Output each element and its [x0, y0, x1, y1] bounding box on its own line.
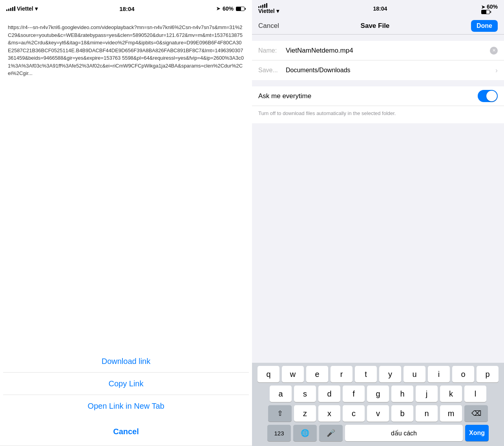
- done-button[interactable]: Done: [471, 20, 498, 32]
- clear-input-button[interactable]: [490, 47, 498, 55]
- nav-bar: Cancel Save File Done: [252, 17, 504, 35]
- action-group-main: Download link Copy Link Open Link in New…: [3, 350, 249, 417]
- key-k[interactable]: k: [440, 386, 462, 402]
- name-input[interactable]: [286, 47, 490, 55]
- carrier-right: Viettel ▾: [258, 3, 279, 14]
- name-row: Name:: [252, 41, 504, 60]
- copy-link-button[interactable]: Copy Link: [3, 373, 249, 395]
- signal-bars-left: [6, 6, 15, 11]
- key-g[interactable]: g: [367, 386, 389, 402]
- keyboard-row-3: ⇧ z x c v b n m ⌫: [254, 405, 502, 422]
- open-new-tab-button[interactable]: Open Link in New Tab: [3, 395, 249, 417]
- keyboard-row-1: q w e r t y u i o p: [254, 366, 502, 382]
- save-path-value: Documents/Downloads: [286, 67, 495, 74]
- key-t[interactable]: t: [355, 366, 377, 382]
- key-z[interactable]: z: [294, 405, 316, 422]
- chevron-right-icon: ›: [495, 66, 498, 75]
- key-y[interactable]: y: [379, 366, 401, 382]
- ask-me-toggle-row: Ask me everytime: [252, 86, 504, 106]
- key-s[interactable]: s: [294, 386, 316, 402]
- space-key[interactable]: dấu cách: [345, 425, 463, 441]
- save-label: Save...: [258, 67, 286, 74]
- location-icon-left: ➤: [216, 6, 220, 11]
- key-a[interactable]: a: [270, 386, 292, 402]
- time-left: 18:04: [119, 5, 134, 12]
- battery-pct-left: 60%: [223, 5, 234, 12]
- toggle-knob: [486, 91, 497, 101]
- key-w[interactable]: w: [282, 366, 304, 382]
- key-b[interactable]: b: [391, 405, 413, 422]
- key-123[interactable]: 123: [267, 425, 291, 441]
- key-u[interactable]: u: [404, 366, 425, 382]
- cancel-action-button[interactable]: Cancel: [3, 420, 249, 443]
- wifi-icon-left: ▾: [35, 5, 38, 12]
- download-link-button[interactable]: Download link: [3, 350, 249, 373]
- right-status-icons-left: ➤ 60%: [216, 5, 246, 12]
- action-sheet: Download link Copy Link Open Link in New…: [0, 350, 252, 446]
- right-status-icons-right: ➤ 60%: [481, 4, 498, 14]
- key-i[interactable]: i: [428, 366, 450, 382]
- key-f[interactable]: f: [343, 386, 365, 402]
- time-right: 18:04: [373, 5, 387, 12]
- nav-title: Save File: [361, 22, 390, 30]
- done-key[interactable]: Xong: [465, 425, 489, 441]
- url-text: https://r4---sn-n4v7knl6.googlevideo.com…: [8, 24, 244, 76]
- ask-me-toggle[interactable]: [478, 90, 498, 102]
- key-e[interactable]: e: [306, 366, 328, 382]
- key-r[interactable]: r: [331, 366, 352, 382]
- right-panel: Viettel ▾ 18:04 ➤ 60% Cancel Save File D…: [252, 0, 504, 446]
- globe-key[interactable]: 🌐: [293, 425, 317, 441]
- keyboard: q w e r t y u i o p a s d f g h j k l ⇧ …: [252, 363, 504, 446]
- status-bar-right: Viettel ▾ 18:04 ➤ 60%: [252, 0, 504, 17]
- key-o[interactable]: o: [452, 366, 474, 382]
- carrier-name-right: Viettel: [258, 8, 275, 14]
- key-d[interactable]: d: [318, 386, 340, 402]
- key-h[interactable]: h: [391, 386, 413, 402]
- wifi-icon-right: ▾: [276, 8, 279, 14]
- key-n[interactable]: n: [416, 405, 438, 422]
- key-j[interactable]: j: [416, 386, 438, 402]
- location-icon-right: ➤: [481, 4, 485, 10]
- cancel-button[interactable]: Cancel: [258, 22, 279, 30]
- mic-key[interactable]: 🎤: [319, 425, 343, 441]
- status-bar-left: Viettel ▾ 18:04 ➤ 60%: [0, 0, 252, 17]
- toggle-label: Ask me everytime: [258, 92, 478, 100]
- toggle-description: Turn off to download files automatically…: [252, 106, 504, 123]
- keyboard-row-2: a s d f g h j k l: [254, 386, 502, 402]
- battery-left: [236, 7, 246, 11]
- signal-bars-right: [258, 3, 279, 8]
- name-label: Name:: [258, 47, 286, 54]
- key-c[interactable]: c: [343, 405, 365, 422]
- key-v[interactable]: v: [367, 405, 389, 422]
- save-path-row[interactable]: Save... Documents/Downloads ›: [252, 60, 504, 80]
- battery-pct-right: 60%: [487, 4, 498, 10]
- carrier-name-left: Viettel: [17, 5, 33, 12]
- key-m[interactable]: m: [440, 405, 462, 422]
- toggle-section: Ask me everytime Turn off to download fi…: [252, 86, 504, 123]
- key-x[interactable]: x: [318, 405, 340, 422]
- delete-key[interactable]: ⌫: [464, 405, 488, 422]
- key-l[interactable]: l: [464, 386, 486, 402]
- shift-key[interactable]: ⇧: [268, 405, 292, 422]
- keyboard-row-bottom: 123 🌐 🎤 dấu cách Xong: [254, 425, 502, 441]
- battery-right: [481, 10, 498, 14]
- key-p[interactable]: p: [477, 366, 499, 382]
- carrier-left: Viettel ▾: [6, 5, 38, 12]
- key-q[interactable]: q: [257, 366, 279, 382]
- left-panel: Viettel ▾ 18:04 ➤ 60% https://r4---sn-n4…: [0, 0, 252, 446]
- form-section: Name: Save... Documents/Downloads ›: [252, 41, 504, 80]
